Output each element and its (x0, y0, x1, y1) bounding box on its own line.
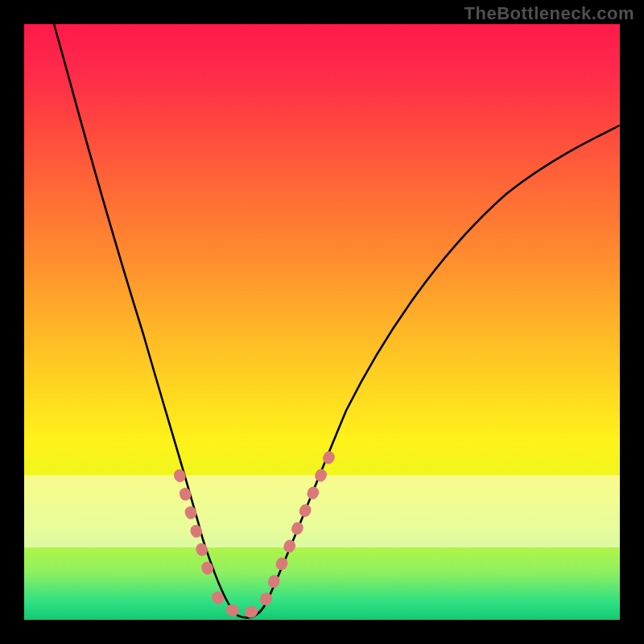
chart-frame: TheBottleneck.com (0, 0, 644, 644)
curve-svg (24, 24, 620, 620)
bottleneck-curve-line (54, 24, 620, 617)
right-branch-dots (266, 455, 330, 600)
watermark-text: TheBottleneck.com (464, 3, 634, 24)
valley-dots (217, 597, 264, 613)
left-branch-dots (180, 475, 211, 580)
plot-area (24, 24, 620, 620)
